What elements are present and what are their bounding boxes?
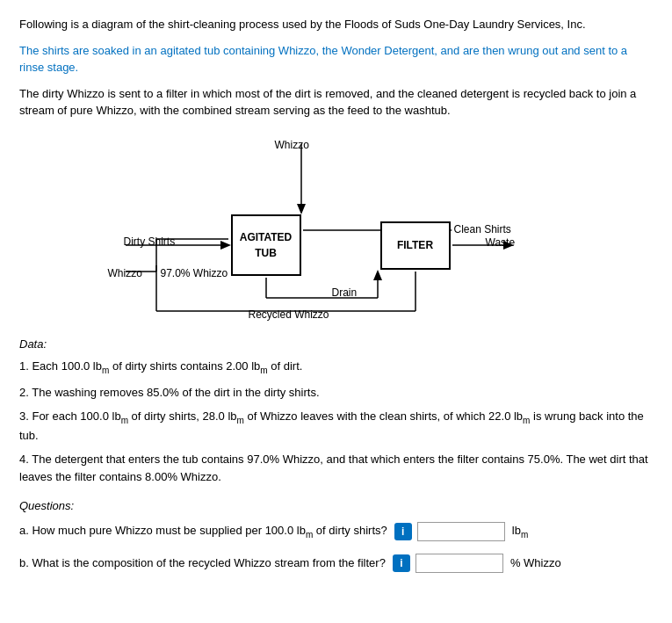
diagram: AGITATEDTUB FILTER Whizzo Dirty Shirts C…: [108, 135, 565, 320]
question-b-input[interactable]: [415, 554, 503, 573]
svg-marker-1: [297, 204, 306, 214]
intro-line3: The dirty Whizzo is sent to a filter in …: [19, 85, 653, 120]
drain-label: Drain: [332, 285, 358, 301]
waste-label: Waste: [486, 235, 516, 250]
question-a-row: a. How much pure Whizzo must be supplied…: [19, 522, 653, 541]
question-b-row: b. What is the composition of the recycl…: [19, 554, 653, 573]
data-item-2: 2. The washing removes 85.0% of the dirt…: [19, 384, 653, 402]
question-b-info-button[interactable]: i: [393, 554, 410, 572]
whizzo-top-label: Whizzo: [275, 137, 309, 153]
data-section: Data: 1. Each 100.0 lbm of dirty shirts …: [19, 336, 653, 486]
data-item-4: 4. The detergent that enters the tub con…: [19, 451, 653, 485]
data-title: Data:: [19, 336, 653, 353]
question-a-unit: lbm: [512, 522, 528, 541]
question-b-text: b. What is the composition of the recycl…: [19, 554, 386, 572]
questions-section: Questions: a. How much pure Whizzo must …: [19, 497, 653, 573]
data-item-1: 1. Each 100.0 lbm of dirty shirts contai…: [19, 358, 653, 377]
question-b-unit: % Whizzo: [510, 554, 561, 572]
intro-line1: Following is a diagram of the shirt-clea…: [19, 16, 653, 33]
question-a-input[interactable]: [417, 522, 505, 541]
question-a-info-button[interactable]: i: [394, 523, 412, 540]
svg-marker-3: [220, 241, 231, 250]
intro-line2: The shirts are soaked in an agitated tub…: [19, 42, 653, 76]
dirty-shirts-label: Dirty Shirts: [124, 234, 176, 250]
filter-box: FILTER: [380, 221, 451, 270]
data-item-3: 3. For each 100.0 lbm of dirty shirts, 2…: [19, 408, 653, 444]
svg-marker-9: [373, 270, 382, 280]
percent-whizzo-label: 97.0% Whizzo: [161, 265, 228, 281]
question-a-text: a. How much pure Whizzo must be supplied…: [19, 522, 387, 541]
whizzo-left-label: Whizzo: [108, 265, 142, 281]
tub-box: AGITATEDTUB: [231, 214, 301, 276]
recycled-label: Recycled Whizzo: [249, 307, 329, 322]
questions-title: Questions:: [19, 497, 653, 515]
